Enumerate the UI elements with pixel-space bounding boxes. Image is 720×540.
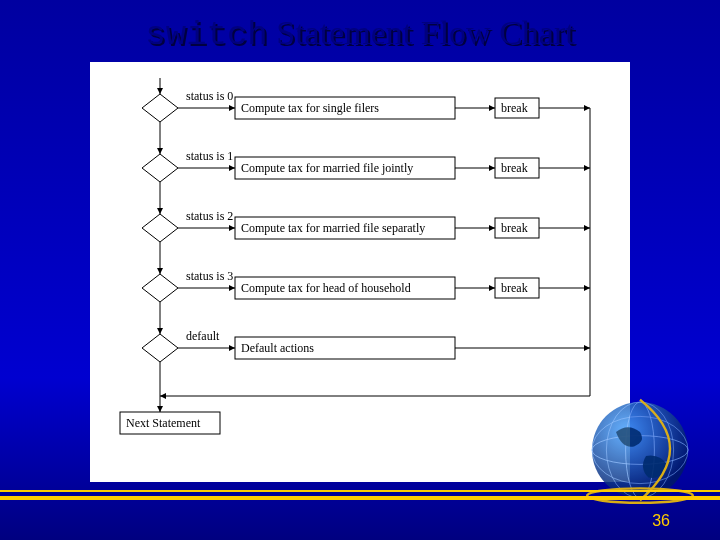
- decision-diamond: [142, 334, 178, 362]
- flowchart-diagram: status is 0Compute tax for single filers…: [90, 62, 630, 482]
- globe-decoration: [580, 390, 700, 510]
- action-label: Compute tax for married file separatly: [241, 221, 425, 235]
- action-label: Compute tax for single filers: [241, 101, 379, 115]
- title-code: switch: [145, 16, 267, 54]
- action-label: Compute tax for married file jointly: [241, 161, 413, 175]
- footer-rule-bottom: [0, 496, 720, 500]
- condition-label: default: [186, 329, 220, 343]
- break-label: break: [501, 221, 528, 235]
- condition-label: status is 1: [186, 149, 233, 163]
- decision-diamond: [142, 214, 178, 242]
- slide-title: switch Statement Flow Chart: [0, 0, 720, 62]
- break-label: break: [501, 161, 528, 175]
- page-number: 36: [652, 512, 670, 530]
- condition-label: status is 0: [186, 89, 233, 103]
- break-label: break: [501, 101, 528, 115]
- break-label: break: [501, 281, 528, 295]
- footer-rule-top: [0, 490, 720, 492]
- decision-diamond: [142, 274, 178, 302]
- exit-label: Next Statement: [126, 416, 201, 430]
- action-label: Default actions: [241, 341, 314, 355]
- condition-label: status is 3: [186, 269, 233, 283]
- decision-diamond: [142, 154, 178, 182]
- title-rest: Statement Flow Chart: [268, 14, 575, 51]
- decision-diamond: [142, 94, 178, 122]
- condition-label: status is 2: [186, 209, 233, 223]
- action-label: Compute tax for head of household: [241, 281, 411, 295]
